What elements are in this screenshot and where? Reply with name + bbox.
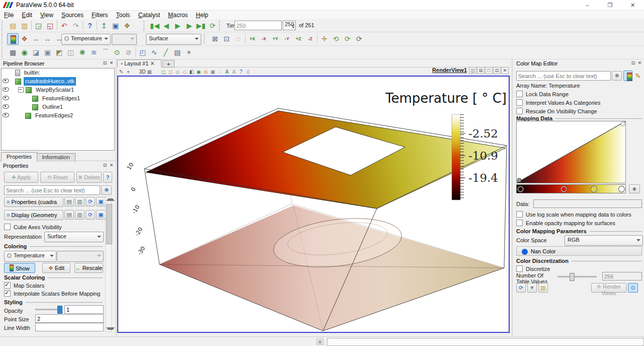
visibility-eye-icon[interactable] [3,79,9,83]
calculator-icon[interactable]: ▦ [7,47,19,58]
split-vertical-icon[interactable]: ⊟ [477,67,485,74]
copy-icon[interactable]: ▤ [64,210,74,220]
opacity-function-editor[interactable] [516,121,626,183]
undock-icon[interactable]: ⊡ [102,162,108,169]
last-frame-icon[interactable]: ▶▮ [195,20,207,32]
layout-tab-close-icon[interactable]: ✕ [150,60,154,66]
hover-points-icon[interactable]: ∴ [216,68,223,75]
rotate-90-cw-icon[interactable]: ⟳ [342,33,353,45]
visibility-eye-icon[interactable] [3,104,9,109]
plot-selection-over-time-icon[interactable]: ▤ [172,47,183,58]
color-control-point[interactable] [561,186,567,192]
menu-item[interactable]: Filters [88,11,112,20]
interpolate-scalars-checkbox[interactable]: Interpolate Scalars Before Mapping [4,290,100,298]
glyph-icon[interactable]: ❋ [76,47,88,58]
rotate-90-ccw-icon[interactable]: ⟲ [330,33,342,45]
properties-scrollbar[interactable] [105,196,112,332]
menu-item[interactable]: Catalyst [134,11,164,20]
auto-render-toggle[interactable]: ⊙ [628,283,638,293]
rescale-on-visibility-checkbox[interactable]: Rescale On Visibility Change [516,108,642,115]
pipeline-item-outline1[interactable]: Outline1 [2,103,114,111]
maximize-view-icon[interactable]: □ [485,67,493,74]
coloring-array-combo[interactable]: Temperature [4,251,56,262]
reset-to-default-icon[interactable]: ⟳ [86,197,95,206]
visibility-eye-icon[interactable] [3,96,9,100]
close-icon[interactable]: ✕ [108,162,115,169]
group-datasets-icon[interactable]: ⊙ [111,47,123,58]
menu-item[interactable]: View [36,11,57,20]
adjust-camera-icon[interactable]: ⌖ [125,68,132,75]
rescale-to-custom-range-icon[interactable]: ↔ [42,33,53,45]
opacity-mapping-checkbox[interactable]: Enable opacity mapping for surfaces [516,220,642,227]
close-button[interactable]: ✕ [621,0,644,10]
table-values-slider[interactable] [557,272,597,281]
rescale-to-data-range-icon[interactable]: ↔ [30,33,42,45]
rescale-button[interactable]: ↔ Rescale [74,263,103,273]
apply-button[interactable]: ✚ Apply [4,172,38,183]
previous-frame-icon[interactable]: ◀ [160,20,172,32]
lock-data-range-checkbox[interactable]: Lock Data Range [516,91,642,98]
menu-item[interactable]: Sources [57,11,88,20]
save-as-global-default-icon[interactable]: ▥ [538,283,548,293]
menu-item[interactable]: Help [192,11,212,20]
rotate-camera-icon[interactable]: ⟳ [353,33,365,45]
restore-button[interactable]: ❐ [599,0,621,10]
cube-axes-checkbox[interactable]: Cube Axes Visibility [4,224,62,231]
save-as-array-default-icon[interactable]: ▼ [527,283,537,293]
select-points-polygon-icon[interactable]: ◇ [181,68,188,75]
play-icon[interactable]: ▶ [172,20,184,32]
line-width-input[interactable] [35,323,104,331]
show-center-axes-icon[interactable]: ✛ [318,33,330,45]
menu-item[interactable]: Macros [164,11,192,20]
section-display-button[interactable]: = Display (Geometry [4,210,63,220]
status-options-icon[interactable]: ▦ [316,338,324,345]
section-properties-button[interactable]: = Properties (cuadra [4,197,63,207]
representation-combo[interactable]: Surface [146,34,201,45]
next-frame-icon[interactable]: ▶ [184,20,195,32]
restore-defaults-icon[interactable]: ⟳ [516,283,526,293]
plot-over-time-icon[interactable]: ∿ [148,47,160,58]
shrink-selection-icon[interactable]: A [230,68,237,75]
separator[interactable] [132,68,139,75]
edit-color-map-icon[interactable]: ❖ [19,33,30,45]
zoom-to-data-icon[interactable]: ⊡ [221,33,232,45]
undock-icon[interactable]: ⊡ [102,60,108,66]
threshold-icon[interactable]: ◩ [53,47,65,58]
color-transfer-bar[interactable] [516,184,626,193]
interactive-select-cells-icon[interactable]: ◉ [195,68,202,75]
representation-select[interactable]: Surface [44,232,104,242]
connect-icon[interactable]: ◲ [33,20,44,32]
tab-properties[interactable]: Properties [1,152,37,162]
select-cells-polygon-icon[interactable]: ◇ [174,68,181,75]
pipeline-item-featureedges1[interactable]: FeatureEdges1 [2,94,114,103]
reset-camera-icon[interactable]: ⊠ [209,33,221,45]
warp-by-scalar-icon[interactable]: ⌒ [100,47,111,58]
delete-button[interactable]: ✖ Delete [76,172,102,183]
show-color-legend-icon[interactable] [623,71,632,81]
nan-color-button[interactable]: Nan Color [516,246,642,256]
grow-selection-icon[interactable]: A [223,68,230,75]
scroll-down-icon[interactable] [106,327,115,330]
stream-tracer-icon[interactable]: ≋ [88,47,100,58]
edit-color-legend-icon[interactable]: ✎ [633,71,642,81]
set-view-plus-x-icon[interactable]: +X [247,33,258,45]
log-scale-checkbox[interactable]: Use log scale when mapping data to color… [516,211,642,219]
undo-icon[interactable]: ↶ [58,20,70,32]
first-frame-icon[interactable]: ▮◀ [149,20,160,32]
extract-level-icon[interactable]: ⊘ [123,47,134,58]
interactive-select-points-icon[interactable]: ◎ [202,68,209,75]
render-viewport[interactable]: 10 0 -10 -20 -30 Temperature [ ° C] -2.5… [117,76,510,333]
edit-color-map-button[interactable]: ❖ Edit [42,263,70,273]
select-cells-rect-icon[interactable]: ◻ [160,68,167,75]
disconnect-icon[interactable]: ◱ [44,20,56,32]
minimize-button[interactable]: – [576,0,599,10]
paste-icon[interactable]: ▥ [75,197,85,206]
color-array-combo[interactable]: Temperature [61,34,111,45]
save-state-icon[interactable]: ▥ [19,20,30,32]
pipeline-item-warpbyscalar1[interactable]: WarpByScalar1 [2,86,114,94]
clear-selection-icon[interactable]: ▯ [245,68,252,75]
split-horizontal-icon[interactable]: ◫ [469,67,476,74]
properties-search-input[interactable] [4,185,100,195]
manual-adjustments-gear-icon[interactable]: ✱ [629,184,640,193]
color-space-combo[interactable]: RGB [565,235,643,246]
